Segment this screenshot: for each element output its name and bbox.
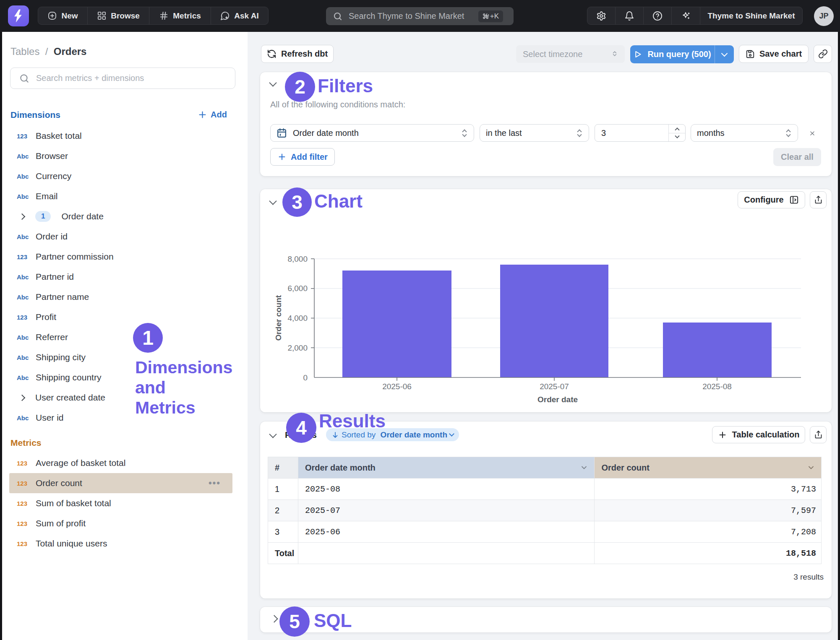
svg-text:6,000: 6,000 — [287, 284, 308, 293]
svg-text:Order count: Order count — [274, 295, 283, 341]
svg-text:2025-06: 2025-06 — [382, 382, 412, 391]
svg-text:2,000: 2,000 — [287, 343, 308, 352]
svg-text:2025-07: 2025-07 — [540, 382, 569, 391]
svg-text:4,000: 4,000 — [287, 314, 308, 323]
svg-text:Order date: Order date — [537, 395, 578, 404]
svg-text:8,000: 8,000 — [287, 255, 308, 263]
svg-text:2025-08: 2025-08 — [702, 382, 732, 391]
svg-text:0: 0 — [303, 373, 308, 382]
